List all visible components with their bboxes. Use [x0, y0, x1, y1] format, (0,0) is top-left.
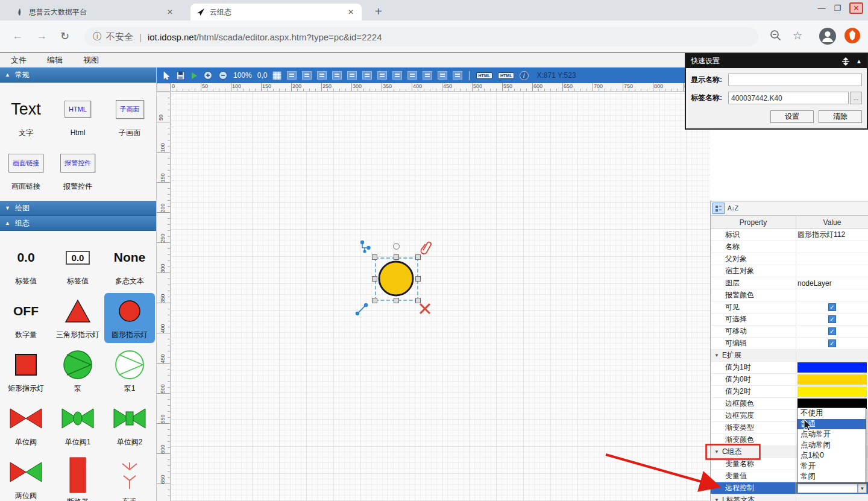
minimize-button[interactable]: — — [817, 4, 825, 13]
property-row[interactable]: 名称 — [711, 241, 868, 253]
property-row[interactable]: 值为1时 — [711, 362, 868, 374]
info-icon[interactable]: ⓘ — [93, 31, 101, 42]
section-header-drawing[interactable]: ▼ 绘图 — [0, 201, 156, 216]
palette-item-pump1[interactable]: 泵1 — [104, 347, 155, 397]
dropdown-option[interactable]: 常闭 — [797, 471, 866, 482]
align-bottom-icon[interactable] — [392, 71, 402, 80]
category-expand-icon[interactable]: ▼ — [714, 353, 719, 358]
palette-item-pump[interactable]: 泵 — [52, 347, 103, 397]
checkbox[interactable]: ✓ — [828, 315, 836, 323]
restore-button[interactable]: ❐ — [834, 4, 841, 13]
copy-icon[interactable] — [287, 71, 297, 80]
same-height-icon[interactable] — [423, 71, 432, 80]
browser-tab-scada[interactable]: 云组态 ✕ — [190, 4, 362, 20]
info-circle-icon[interactable]: i — [520, 71, 529, 80]
palette-item-tag-value[interactable]: 0.0 标签值 — [1, 239, 51, 289]
dropdown-option[interactable]: 不使用 — [797, 408, 866, 419]
menu-edit[interactable]: 编辑 — [47, 55, 63, 66]
connect-icon[interactable] — [360, 240, 372, 253]
palette-item-screen-link[interactable]: 画面链接 画面链接 — [1, 145, 51, 195]
palette-item-breaker[interactable]: 断路器 — [52, 454, 103, 501]
distribute-horizontal-icon[interactable] — [438, 71, 447, 80]
dropdown-option[interactable]: 普通 — [797, 419, 866, 430]
property-row[interactable]: 值为0时 — [711, 374, 868, 386]
align-right-icon[interactable] — [347, 71, 357, 80]
checkbox[interactable]: ✓ — [828, 327, 836, 335]
run-icon[interactable] — [190, 72, 198, 80]
palette-item-valve1[interactable]: 单位阀1 — [52, 400, 103, 450]
alphabetical-sort-icon[interactable]: A↓Z — [727, 203, 739, 214]
resize-handle-w[interactable] — [372, 276, 377, 282]
design-canvas[interactable] — [171, 92, 710, 501]
property-row[interactable]: 标识圆形指示灯112 — [711, 229, 868, 241]
property-row[interactable]: 可编辑✓ — [711, 338, 868, 350]
property-row[interactable]: ▼E扩展 — [711, 350, 868, 362]
palette-item-valve[interactable]: 单位阀 — [1, 400, 51, 450]
palette-item-html[interactable]: HTML Html — [52, 91, 103, 141]
palette-item-handcart[interactable]: 车手 — [104, 454, 155, 501]
resize-handle-e[interactable] — [415, 276, 421, 282]
palette-item-tag-value-boxed[interactable]: 0.0 标签值 — [52, 239, 103, 289]
section-header-general[interactable]: ▲ 常规 — [0, 68, 156, 83]
resize-handle-nw[interactable] — [372, 254, 377, 260]
new-tab-button[interactable]: + — [375, 5, 382, 19]
zoom-out-icon[interactable] — [218, 71, 228, 80]
palette-item-two-position-valve[interactable]: 两位阀 — [1, 454, 51, 501]
reload-icon[interactable]: ↻ — [60, 30, 69, 43]
palette-item-rect-indicator[interactable]: 矩形指示灯 — [1, 347, 51, 397]
save-icon[interactable] — [176, 71, 185, 80]
category-expand-icon[interactable]: ▼ — [714, 497, 719, 501]
palette-item-circle-indicator-selected[interactable]: 圆形指示灯 — [104, 293, 155, 343]
menu-file[interactable]: 文件 — [11, 55, 27, 66]
palette-item-text[interactable]: Text 文字 — [1, 91, 51, 141]
property-row[interactable]: 可见✓ — [711, 301, 868, 314]
resize-handle-s[interactable] — [394, 298, 399, 303]
pointer-tool-icon[interactable] — [163, 71, 171, 80]
forward-icon[interactable]: → — [36, 30, 47, 42]
display-name-input[interactable] — [728, 74, 862, 86]
dropdown-option[interactable]: 点1松0 — [797, 450, 866, 461]
zoom-in-icon[interactable] — [203, 71, 213, 80]
value-combobox[interactable] — [797, 484, 858, 493]
draw-line-icon[interactable] — [355, 303, 368, 316]
property-row[interactable]: 父对象 — [711, 253, 868, 265]
rotate-handle[interactable] — [393, 243, 400, 250]
menu-view[interactable]: 视图 — [83, 55, 99, 66]
section-header-scada[interactable]: ▲ 组态 — [0, 216, 156, 231]
color-swatch[interactable] — [797, 362, 867, 373]
resize-handle-ne[interactable] — [415, 254, 421, 260]
palette-item-alarm-control[interactable]: 报警控件 报警控件 — [52, 145, 103, 195]
align-top-icon[interactable] — [362, 71, 372, 80]
same-width-icon[interactable] — [407, 71, 417, 80]
clear-button[interactable]: 清除 — [819, 110, 862, 123]
brave-icon[interactable] — [844, 27, 861, 44]
resize-handle-sw[interactable] — [372, 298, 377, 303]
property-row[interactable]: 值为2时 — [711, 386, 868, 398]
paste-icon[interactable] — [302, 71, 312, 80]
dropdown-option[interactable]: 点动常开 — [797, 429, 866, 440]
circle-indicator-node[interactable] — [378, 260, 415, 297]
color-swatch[interactable] — [797, 374, 867, 385]
resize-handle-n[interactable] — [394, 254, 399, 260]
property-row[interactable]: 宿主对象 — [711, 265, 868, 277]
checkbox[interactable]: ✓ — [828, 339, 836, 347]
color-swatch[interactable] — [797, 386, 867, 397]
categorized-view-icon[interactable] — [712, 203, 725, 214]
html-export-icon[interactable]: HTML — [476, 72, 492, 79]
tab-close-icon[interactable]: ✕ — [346, 8, 356, 16]
palette-item-subscreen[interactable]: 子画面 子画面 — [104, 91, 155, 141]
tab-close-icon[interactable]: ✕ — [165, 8, 175, 16]
quick-settings-header[interactable]: 快速设置 ▲ — [686, 54, 867, 68]
back-icon[interactable]: ← — [12, 30, 23, 42]
html-preview-icon[interactable]: HTML — [498, 72, 514, 79]
profile-avatar[interactable] — [819, 27, 837, 45]
browser-tab-platform[interactable]: 思普云大数据平台 ✕ — [10, 4, 181, 20]
checkbox[interactable]: ✓ — [828, 303, 836, 311]
palette-item-valve2[interactable]: 单位阀2 — [104, 400, 155, 450]
close-button[interactable]: ✕ — [849, 2, 863, 14]
tag-name-input[interactable] — [728, 92, 849, 104]
property-row[interactable]: 可移动✓ — [711, 326, 868, 338]
address-bar[interactable]: ⓘ 不安全 | iot.idosp.net/html/scada/editor.… — [84, 27, 758, 46]
property-row[interactable]: 远程控制▼ — [711, 482, 868, 494]
set-button[interactable]: 设置 — [770, 110, 814, 123]
